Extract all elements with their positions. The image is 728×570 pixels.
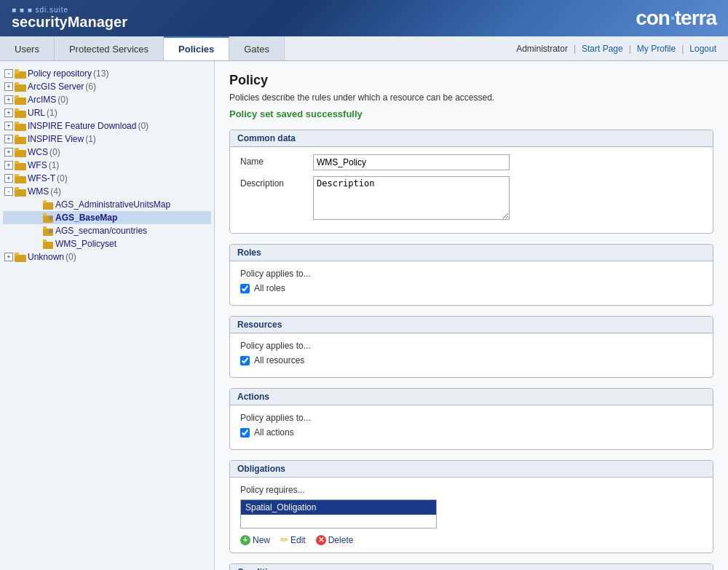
description-textarea[interactable]: Description [313, 176, 510, 220]
svg-rect-28 [49, 230, 52, 233]
sidebar-item-wfs[interactable]: + WFS (1) [3, 159, 211, 172]
unknown-expand-btn[interactable]: + [4, 253, 13, 261]
wfs-folder-icon [15, 160, 26, 170]
sidebar-item-unknown[interactable]: + Unknown (0) [3, 250, 211, 264]
ags-secman-label: AGS_secman/countries [55, 226, 147, 236]
wcs-expand-btn[interactable]: + [4, 148, 13, 157]
description-label: Description [240, 176, 306, 189]
app-header: ■ ■ ■ sdi.suite securityManager con·terr… [0, 0, 728, 36]
arcgis-expand-btn[interactable]: + [4, 82, 13, 91]
sidebar-item-wms-policyset[interactable]: WMS_Policyset [3, 237, 211, 250]
roles-body: Policy applies to... All roles [230, 261, 713, 305]
svg-rect-5 [15, 98, 26, 105]
wfs-t-label: WFS-T [28, 173, 55, 183]
common-data-body: Name Description Description [230, 147, 713, 233]
arcims-expand-btn[interactable]: + [4, 95, 13, 104]
separator-3: | [681, 44, 684, 54]
ags-secman-lock-icon [42, 226, 54, 236]
logout-link[interactable]: Logout [689, 44, 716, 54]
main-layout: - Policy repository (13) + ArcGIS Server… [0, 61, 728, 570]
sidebar-item-arcgis-server[interactable]: + ArcGIS Server (6) [3, 80, 211, 93]
user-label: Administrator [516, 44, 568, 54]
wcs-label: WCS [28, 147, 48, 157]
url-count: (1) [47, 108, 58, 118]
unknown-folder-icon [15, 252, 26, 262]
obligations-list[interactable]: Spatial_Obligation [240, 499, 437, 529]
inspire-feature-expand-btn[interactable]: + [4, 122, 13, 130]
wfs-expand-btn[interactable]: + [4, 161, 13, 170]
obligations-edit-button[interactable]: ✏ Edit [280, 534, 306, 545]
sidebar: - Policy repository (13) + ArcGIS Server… [0, 61, 215, 570]
svg-rect-15 [15, 163, 26, 170]
resources-header: Resources [230, 317, 713, 333]
common-data-header: Common data [230, 130, 713, 147]
inspire-view-expand-btn[interactable]: + [4, 135, 13, 143]
wms-policyset-icon [42, 239, 54, 249]
separator-2: | [629, 44, 631, 54]
svg-rect-11 [15, 137, 26, 144]
tab-policies[interactable]: Policies [164, 36, 229, 60]
new-icon: + [240, 535, 250, 545]
sidebar-item-wms[interactable]: - WMS (4) [3, 185, 211, 198]
actions-header: Actions [230, 389, 713, 405]
all-actions-checkbox[interactable] [240, 428, 250, 438]
sidebar-item-wcs[interactable]: + WCS (0) [3, 146, 211, 159]
logo-area: ■ ■ ■ sdi.suite securityManager [12, 6, 127, 31]
wfs-t-folder-icon [15, 173, 26, 183]
wms-policyset-label: WMS_Policyset [55, 239, 116, 249]
resources-body: Policy applies to... All resources [230, 333, 713, 377]
url-expand-btn[interactable]: + [4, 108, 13, 117]
sidebar-item-wfs-t[interactable]: + WFS-T (0) [3, 172, 211, 185]
tree-root: - Policy repository (13) [3, 67, 211, 80]
sidebar-item-inspire-feature[interactable]: + INSPIRE Feature Download (0) [3, 119, 211, 132]
svg-rect-21 [43, 202, 53, 210]
name-input[interactable] [313, 154, 510, 170]
wfs-t-count: (0) [57, 173, 68, 183]
sidebar-item-ags-basemap[interactable]: AGS_BaseMap [3, 211, 211, 224]
svg-rect-19 [15, 189, 26, 197]
obligations-new-button[interactable]: + New [240, 535, 270, 545]
roles-section: Roles Policy applies to... All roles [229, 244, 713, 306]
arcims-folder-icon [15, 95, 26, 105]
wms-expand-btn[interactable]: - [4, 187, 13, 196]
nav-bar: Users Protected Services Policies Gates … [0, 36, 728, 61]
svg-rect-22 [43, 200, 47, 203]
tab-users[interactable]: Users [0, 36, 55, 60]
ags-admin-label: AGS_AdministrativeUnitsMap [55, 199, 170, 210]
arcims-count: (0) [58, 95, 68, 105]
root-expand-btn[interactable]: - [4, 69, 13, 78]
sidebar-item-url[interactable]: + URL (1) [3, 106, 211, 119]
svg-rect-16 [15, 161, 19, 164]
svg-rect-24 [43, 213, 47, 216]
separator-1: | [574, 44, 576, 54]
tree-root-label[interactable]: Policy repository [28, 68, 92, 79]
sidebar-item-inspire-view[interactable]: + INSPIRE View (1) [3, 132, 211, 146]
obligations-requires-label: Policy requires... [240, 485, 703, 495]
svg-rect-10 [15, 122, 19, 124]
my-profile-link[interactable]: My Profile [637, 44, 676, 54]
obligations-body: Policy requires... Spatial_Obligation + … [230, 478, 713, 553]
tab-protected-services[interactable]: Protected Services [55, 36, 164, 60]
sidebar-item-ags-secman[interactable]: AGS_secman/countries [3, 224, 211, 237]
all-actions-row: All actions [240, 427, 703, 438]
obligations-delete-button[interactable]: ✕ Delete [316, 535, 354, 545]
obligations-list-item[interactable]: Spatial_Obligation [241, 500, 436, 515]
all-roles-checkbox[interactable] [240, 284, 250, 293]
unknown-label: Unknown [28, 252, 64, 262]
sidebar-item-arcims[interactable]: + ArcIMS (0) [3, 93, 211, 106]
svg-rect-7 [15, 111, 26, 118]
name-label: Name [240, 154, 306, 167]
sidebar-item-ags-admin[interactable]: AGS_AdministrativeUnitsMap [3, 198, 211, 211]
resources-section: Resources Policy applies to... All resou… [229, 316, 713, 378]
url-folder-icon [15, 108, 26, 118]
obligations-header: Obligations [230, 461, 713, 478]
company-logo: con·terra [636, 7, 716, 30]
inspire-feature-label: INSPIRE Feature Download [28, 121, 136, 131]
success-message: Policy set saved successfully [229, 108, 713, 119]
tab-gates[interactable]: Gates [229, 36, 285, 60]
start-page-link[interactable]: Start Page [582, 44, 623, 54]
inspire-view-label: INSPIRE View [28, 134, 84, 144]
wfs-t-expand-btn[interactable]: + [4, 174, 13, 183]
logo-dot: · [670, 7, 675, 29]
all-resources-checkbox[interactable] [240, 356, 250, 365]
